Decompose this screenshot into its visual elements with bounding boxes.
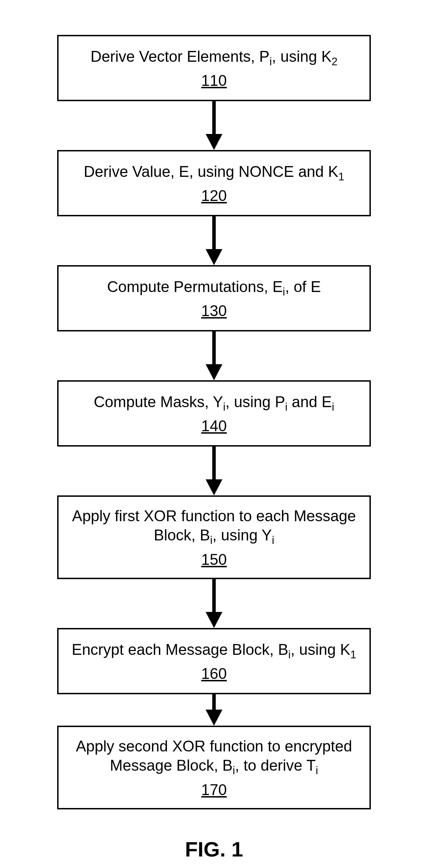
flow-step-ref: 170	[201, 781, 227, 799]
flow-step-170: Apply second XOR function to encryptedMe…	[57, 726, 371, 809]
flow-step-ref: 150	[201, 551, 227, 568]
flow-step-text: Derive Vector Elements, Pi, using K2	[91, 47, 338, 68]
arrow-head-icon	[206, 134, 222, 150]
arrow-shaft	[212, 216, 216, 249]
arrow-head-icon	[206, 710, 222, 726]
flow-step-160: Encrypt each Message Block, Bi, using K1…	[57, 628, 371, 694]
arrow-shaft	[212, 447, 216, 479]
flow-step-text: Compute Permutations, Ei, of E	[107, 277, 321, 299]
flow-step-ref: 130	[201, 302, 227, 320]
flow-step-ref: 160	[201, 665, 227, 682]
flow-step-text: Apply second XOR function to encryptedMe…	[76, 736, 352, 777]
flow-step-text: Derive Value, E, using NONCE and K1	[84, 162, 344, 184]
flow-step-ref: 120	[201, 187, 227, 204]
arrow-head-icon	[206, 249, 222, 265]
flow-step-ref: 140	[201, 417, 227, 435]
arrow-shaft	[212, 579, 216, 612]
flow-step-130: Compute Permutations, Ei, of E130	[57, 265, 371, 331]
arrow-shaft	[212, 331, 216, 364]
flow-step-120: Derive Value, E, using NONCE and K1120	[57, 150, 371, 216]
flow-step-150: Apply first XOR function to each Message…	[57, 495, 371, 579]
flowchart-canvas: Derive Vector Elements, Pi, using K2110D…	[0, 0, 428, 868]
flow-step-text: Encrypt each Message Block, Bi, using K1	[72, 640, 356, 661]
flow-step-140: Compute Masks, Yi, using Pi and Ei140	[57, 380, 371, 447]
flow-step-text: Compute Masks, Yi, using Pi and Ei	[94, 392, 334, 414]
arrow-head-icon	[206, 364, 222, 380]
flow-step-110: Derive Vector Elements, Pi, using K2110	[57, 35, 371, 101]
flow-step-text: Apply first XOR function to each Message…	[72, 506, 356, 547]
arrow-head-icon	[206, 612, 222, 628]
arrow-head-icon	[206, 479, 222, 495]
arrow-shaft	[212, 101, 216, 134]
flow-step-ref: 110	[201, 72, 227, 89]
figure-label: FIG. 1	[172, 837, 256, 861]
arrow-shaft	[212, 694, 216, 710]
